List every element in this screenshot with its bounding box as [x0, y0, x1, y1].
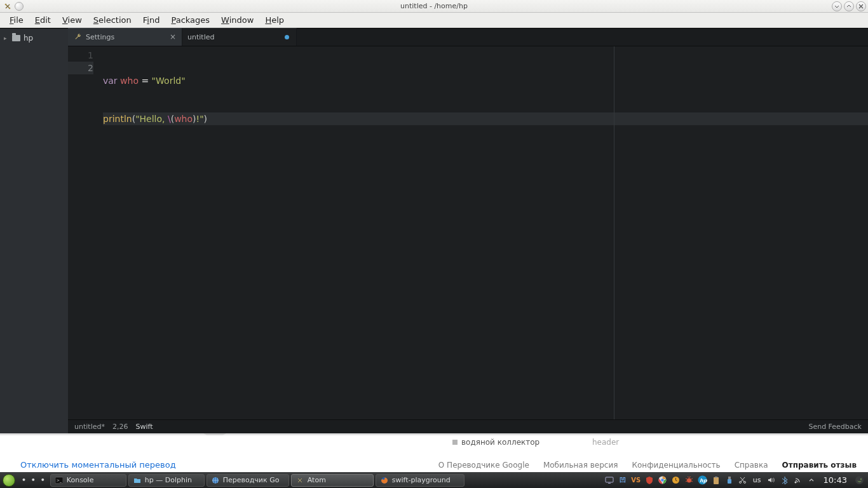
window-title: untitled - /home/hp [400, 2, 468, 10]
vs-icon[interactable]: VS [631, 475, 641, 485]
status-cursor-position[interactable]: 2,26 [112, 423, 128, 431]
usb-icon[interactable] [724, 475, 735, 485]
hp-icon[interactable]: hp [698, 475, 708, 485]
svg-point-22 [855, 476, 864, 484]
status-filename[interactable]: untitled* [74, 423, 105, 431]
opensuse-icon[interactable] [854, 475, 864, 485]
activity-icon[interactable]: 凹 [618, 475, 628, 485]
svg-point-5 [299, 480, 301, 481]
minimize-button[interactable] [832, 1, 842, 11]
task-konsole[interactable]: >_ Konsole [50, 474, 126, 487]
list-item[interactable]: водяной коллектор [452, 438, 580, 447]
tab-settings[interactable]: Settings × [68, 28, 182, 46]
code-editor[interactable]: 1 2 var who = "World" println("Hello, \(… [68, 46, 868, 433]
tab-settings-label: Settings [86, 33, 114, 41]
line-gutter: 1 2 [68, 46, 98, 433]
menu-find[interactable]: Find [137, 14, 166, 26]
disable-instant-translate-link[interactable]: Отключить моментальный перевод [20, 460, 176, 470]
svg-rect-17 [728, 477, 731, 479]
svg-text:>_: >_ [57, 478, 62, 483]
code-line: var who = "World" [103, 74, 868, 87]
wrench-icon [73, 32, 82, 41]
code-line-current: println("Hello, \(who)!") [103, 112, 868, 125]
list-item-label: водяной коллектор [461, 438, 539, 447]
desktop-icon[interactable] [604, 475, 614, 485]
send-feedback-link[interactable]: Send Feedback [808, 423, 862, 431]
svg-point-21 [795, 482, 797, 484]
tab-untitled[interactable]: untitled [182, 28, 297, 46]
help-link[interactable]: Справка [735, 461, 768, 470]
line-number: 1 [68, 49, 93, 62]
list-item-label: header [592, 438, 688, 447]
menu-packages[interactable]: Packages [165, 14, 215, 26]
volume-icon[interactable] [766, 475, 776, 485]
close-icon[interactable]: × [170, 32, 176, 41]
chevron-right-icon: ▸ [4, 35, 9, 41]
start-menu-button[interactable] [3, 474, 15, 487]
file-tree[interactable]: ▸ hp [0, 29, 68, 433]
atom-icon [296, 476, 304, 484]
menu-edit[interactable]: Edit [29, 14, 57, 26]
task-label: Atom [308, 476, 326, 484]
svg-point-23 [860, 478, 862, 480]
clipboard-icon[interactable] [711, 475, 721, 485]
chevron-up-icon[interactable] [806, 475, 817, 485]
menu-window[interactable]: Window [215, 14, 259, 26]
shield-icon[interactable] [644, 475, 654, 485]
folder-icon [133, 476, 142, 484]
bug-icon[interactable] [684, 475, 695, 485]
task-atom[interactable]: Atom [291, 474, 374, 487]
menu-selection[interactable]: Selection [88, 14, 137, 26]
close-button[interactable] [856, 1, 866, 11]
menu-file[interactable]: File [4, 14, 29, 26]
line-number: 2 [68, 62, 93, 74]
about-link[interactable]: О Переводчике Google [438, 461, 529, 470]
status-language[interactable]: Swift [135, 423, 153, 431]
task-dolphin[interactable]: hp — Dolphin [128, 474, 205, 487]
globe-icon [212, 476, 220, 484]
svg-text:hp: hp [700, 478, 707, 484]
bluetooth-icon[interactable] [780, 475, 790, 485]
menu-help[interactable]: Help [259, 14, 290, 26]
clock[interactable]: 10:43 [824, 475, 847, 485]
editor-shell: ▸ hp Settings × untitled 1 2 [0, 28, 868, 433]
menu-view[interactable]: View [57, 14, 88, 26]
folder-icon [12, 35, 20, 41]
chrome-icon[interactable] [658, 475, 668, 485]
svg-rect-7 [606, 477, 613, 482]
maximize-button[interactable] [844, 1, 854, 11]
tree-root-folder[interactable]: ▸ hp [0, 32, 68, 44]
task-label: hp — Dolphin [145, 476, 192, 484]
activity-pager[interactable]: • • • [22, 476, 46, 484]
code-content[interactable]: var who = "World" println("Hello, \(who)… [98, 46, 868, 433]
firefox-icon [381, 476, 389, 484]
privacy-link[interactable]: Конфиденциальность [632, 461, 720, 470]
status-bar: untitled* 2,26 Swift Send Feedback [68, 419, 868, 433]
editor-column: Settings × untitled 1 2 var who = "World… [68, 29, 868, 433]
svg-point-0 [5, 3, 7, 5]
taskbar: • • • >_ Konsole hp — Dolphin Переводчик… [0, 472, 868, 488]
send-feedback-link[interactable]: Отправить отзыв [782, 461, 857, 470]
update-icon[interactable] [671, 475, 681, 485]
task-translate[interactable]: Переводчик Go [207, 474, 289, 487]
keyboard-layout[interactable]: us [753, 476, 761, 484]
mobile-link[interactable]: Мобильная версия [543, 461, 618, 470]
scissors-icon[interactable] [738, 475, 748, 485]
tab-bar: Settings × untitled [68, 29, 868, 46]
svg-rect-15 [714, 477, 719, 484]
unsaved-indicator-icon [285, 35, 289, 39]
system-tray: 凹 VS hp us 10:43 [604, 475, 865, 485]
task-label: Konsole [67, 476, 94, 484]
app-icon [3, 2, 12, 11]
window-titlebar: untitled - /home/hp [0, 0, 868, 13]
tree-root-label: hp [24, 34, 33, 43]
network-icon[interactable] [793, 475, 803, 485]
task-label: Переводчик Go [223, 476, 280, 484]
task-swift-playground[interactable]: swift-playground [376, 474, 465, 487]
menubar: File Edit View Selection Find Packages W… [0, 13, 868, 28]
svg-rect-8 [608, 483, 611, 484]
background-browser: водяной коллектор header Отключить момен… [0, 435, 868, 472]
svg-rect-16 [715, 477, 717, 478]
secondary-app-icon [15, 2, 24, 11]
tab-untitled-label: untitled [187, 33, 214, 41]
